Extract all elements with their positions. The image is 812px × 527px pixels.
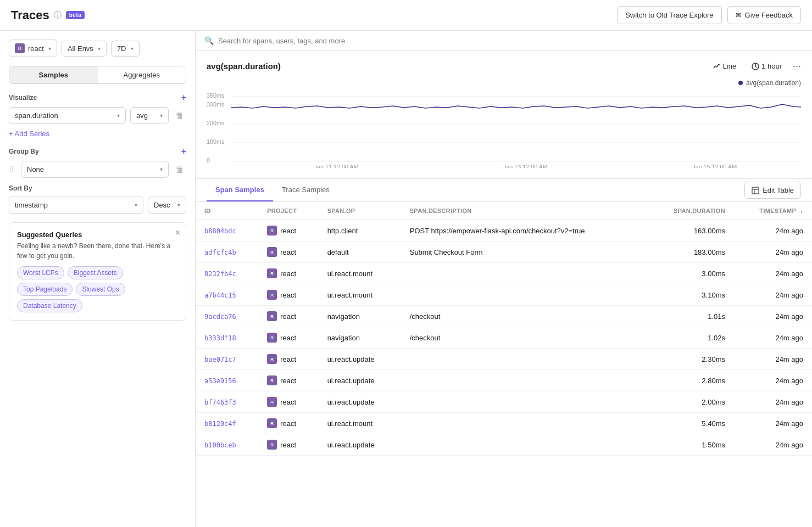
tab-trace-samples[interactable]: Trace Samples — [273, 179, 338, 201]
suggested-tag-top-pageloads[interactable]: Top Pageloads — [17, 283, 73, 296]
suggested-tag-biggest-assets[interactable]: Biggest Assets — [68, 266, 123, 279]
switch-trace-button[interactable]: Switch to Old Trace Explore — [617, 6, 721, 24]
project-name: react — [280, 227, 296, 235]
sort-by-field-dropdown[interactable]: timestamp ▾ — [9, 197, 143, 214]
cell-span-desc: Submit Checkout Form — [401, 242, 646, 263]
project-icon: R — [267, 418, 277, 428]
id-link[interactable]: b333df18 — [204, 334, 236, 342]
cell-timestamp: 24m ago — [734, 306, 812, 327]
tab-samples[interactable]: Samples — [9, 66, 98, 83]
edit-table-button[interactable]: Edit Table — [744, 182, 801, 199]
close-suggested-button[interactable]: × — [175, 228, 180, 237]
id-link[interactable]: 8232fb4c — [204, 270, 236, 278]
cell-span-dur: 1.50ms — [646, 434, 734, 456]
cell-span-desc: /checkout — [401, 306, 646, 327]
svg-rect-14 — [752, 187, 759, 194]
cell-span-op: ui.react.update — [319, 434, 401, 456]
cell-timestamp: 24m ago — [734, 327, 812, 349]
col-timestamp[interactable]: TIMESTAMP ↓ — [734, 202, 812, 220]
agg-dropdown[interactable]: avg ▾ — [130, 107, 169, 124]
suggested-tags-row: Worst LCPs Biggest Assets Top Pageloads … — [17, 266, 178, 312]
chart-svg: 350ms 300ms 200ms 100ms 0 Jan 11 12:00 A… — [207, 91, 801, 168]
cell-span-op: http.client — [319, 220, 401, 242]
chevron-down-icon: ▾ — [160, 113, 163, 119]
search-input[interactable] — [218, 37, 803, 45]
line-chart-icon — [713, 63, 721, 70]
time-filter[interactable]: 7D ▾ — [111, 41, 140, 57]
table-area: Span Samples Trace Samples Edit Table ID — [196, 179, 812, 527]
project-name: react — [280, 334, 296, 342]
sort-dir-dropdown[interactable]: Desc ▾ — [148, 197, 186, 214]
cell-timestamp: 24m ago — [734, 349, 812, 370]
chart-more-button[interactable]: ··· — [793, 60, 801, 72]
cell-id: a7b44c15 — [196, 284, 258, 306]
table-row: 8232fb4c R react ui.react.mount 3.00ms 2… — [196, 263, 812, 284]
env-filter[interactable]: All Envs ▾ — [62, 41, 107, 57]
id-link[interactable]: bae071c7 — [204, 356, 236, 363]
add-series-button[interactable]: + Add Series — [9, 130, 186, 138]
cell-timestamp: 24m ago — [734, 284, 812, 306]
suggested-tag-worst-lcps[interactable]: Worst LCPs — [17, 266, 64, 279]
info-icon[interactable]: ⓘ — [54, 10, 62, 20]
col-span-dur[interactable]: SPAN.DURATION — [646, 202, 734, 220]
chevron-down-icon: ▾ — [131, 46, 134, 52]
project-icon: R — [267, 375, 277, 385]
suggested-tag-db-latency[interactable]: Database Latency — [17, 299, 82, 312]
table-row: b8804bdc R react http.client POST https:… — [196, 220, 812, 242]
cell-span-op: ui.react.update — [319, 349, 401, 370]
cell-span-dur: 163.00ms — [646, 220, 734, 242]
give-feedback-button[interactable]: ✉ Give Feedback — [727, 6, 801, 24]
cell-span-desc: POST https://empower-flask-api.com/check… — [401, 220, 646, 242]
cell-timestamp: 24m ago — [734, 242, 812, 263]
col-id: ID — [196, 202, 258, 220]
chart-line-button[interactable]: Line — [709, 60, 741, 72]
chart-time-button[interactable]: 1 hour — [747, 60, 786, 72]
cell-project: R react — [258, 220, 318, 242]
tab-aggregates[interactable]: Aggregates — [98, 66, 186, 83]
project-icon: R — [15, 43, 25, 53]
group-by-dropdown[interactable]: None ▾ — [21, 161, 169, 178]
id-link[interactable]: bf7463f3 — [204, 399, 236, 406]
svg-text:Jan 13 12:00 AM: Jan 13 12:00 AM — [503, 164, 548, 168]
table-tabs: Span Samples Trace Samples — [207, 179, 338, 201]
project-name: react — [280, 248, 296, 256]
cell-span-op: ui.react.mount — [319, 413, 401, 434]
cell-project: R react — [258, 306, 318, 327]
cell-id: a53e9156 — [196, 370, 258, 391]
tab-span-samples[interactable]: Span Samples — [207, 179, 273, 201]
cell-timestamp: 24m ago — [734, 370, 812, 391]
cell-project: R react — [258, 349, 318, 370]
project-name: react — [280, 270, 296, 278]
col-project: PROJECT — [258, 202, 318, 220]
col-span-desc: SPAN.DESCRIPTION — [401, 202, 646, 220]
visualize-add-button[interactable]: + — [181, 93, 186, 103]
delete-group-button[interactable]: 🗑 — [173, 162, 186, 177]
table-row: 9acdca76 R react navigation /checkout 1.… — [196, 306, 812, 327]
cell-span-desc — [401, 391, 646, 413]
id-link[interactable]: a53e9156 — [204, 377, 236, 385]
metric-dropdown[interactable]: span.duration ▾ — [9, 107, 126, 124]
svg-text:0: 0 — [207, 157, 210, 164]
id-link[interactable]: b8804bdc — [204, 227, 236, 235]
chevron-down-icon: ▾ — [135, 202, 137, 208]
cell-span-op: navigation — [319, 306, 401, 327]
id-link[interactable]: b8120c4f — [204, 420, 236, 428]
sort-by-section-label: Sort By — [9, 184, 186, 192]
id-link[interactable]: b100bceb — [204, 441, 236, 449]
id-link[interactable]: 9acdca76 — [204, 313, 236, 321]
group-by-add-button[interactable]: + — [181, 147, 186, 156]
beta-badge: beta — [66, 11, 85, 19]
id-link[interactable]: a7b44c15 — [204, 291, 236, 299]
feedback-icon: ✉ — [736, 11, 742, 19]
cell-project: R react — [258, 284, 318, 306]
project-filter[interactable]: R react ▾ — [9, 40, 57, 57]
delete-series-button[interactable]: 🗑 — [173, 109, 186, 123]
id-link[interactable]: adfcfc4b — [204, 249, 236, 256]
suggested-tag-slowest-ops[interactable]: Slowest Ops — [76, 283, 125, 296]
cell-id: bae071c7 — [196, 349, 258, 370]
cell-span-dur: 2.30ms — [646, 349, 734, 370]
drag-handle-icon: ⠿ — [9, 165, 14, 174]
table-tabs-row: Span Samples Trace Samples Edit Table — [196, 179, 812, 202]
suggested-title: Suggested Queries — [17, 231, 178, 239]
page-title: Traces — [11, 8, 49, 23]
